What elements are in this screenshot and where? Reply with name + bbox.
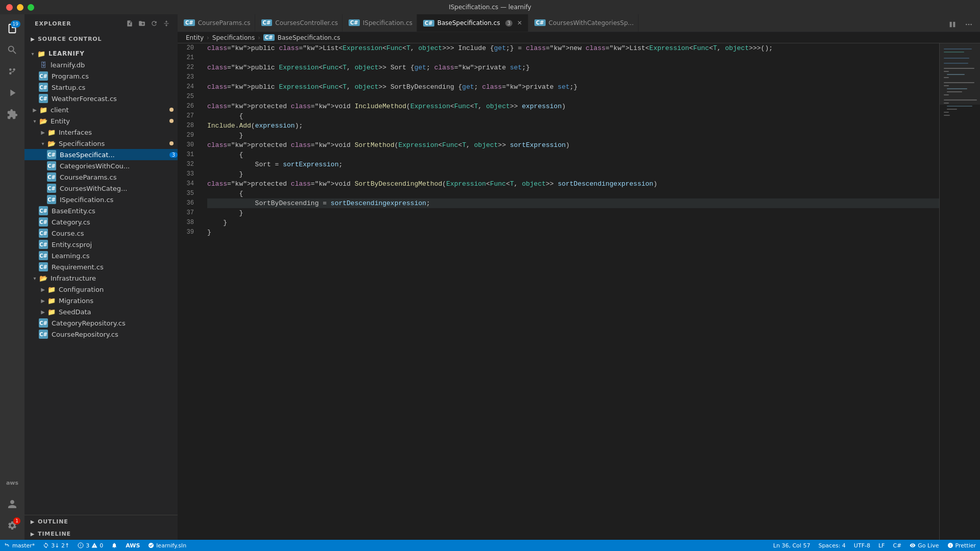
settings-activity-icon[interactable]: 1 bbox=[2, 515, 22, 536]
tree-item-ispecification[interactable]: C# ISpecification.cs bbox=[24, 194, 178, 205]
timeline-panel-header[interactable]: ▶ TIMELINE bbox=[24, 528, 178, 540]
account-activity-icon[interactable] bbox=[2, 494, 22, 514]
svg-point-0 bbox=[966, 24, 967, 26]
minimize-button[interactable] bbox=[17, 4, 23, 11]
code-line: class="kw">protected class="kw">void Inc… bbox=[207, 102, 939, 111]
status-language[interactable]: C# bbox=[889, 540, 905, 551]
status-aws[interactable]: AWS bbox=[121, 540, 144, 551]
status-solution[interactable]: learnify.sln bbox=[144, 540, 190, 551]
tab-cs-icon4: C# bbox=[423, 20, 434, 27]
tree-item-learning[interactable]: C# Learning.cs bbox=[24, 250, 178, 261]
tab-base-spec-close[interactable]: ✕ bbox=[516, 19, 524, 27]
status-branch[interactable]: master* bbox=[0, 540, 39, 551]
code-content[interactable]: class="kw">public class="kw">List<Expres… bbox=[203, 43, 939, 540]
line-number: 32 bbox=[178, 160, 198, 169]
tab-ispecification[interactable]: C# ISpecification.cs bbox=[342, 14, 417, 32]
specifications-label: Specifications bbox=[59, 140, 169, 147]
close-button[interactable] bbox=[6, 4, 13, 11]
tree-item-categories-with-cou[interactable]: C# CategoriesWithCou... bbox=[24, 160, 178, 171]
status-errors[interactable]: 3 0 bbox=[74, 540, 107, 551]
tree-item-configuration[interactable]: ▶ 📁 Configuration bbox=[24, 284, 178, 295]
tree-item-migrations[interactable]: ▶ 📁 Migrations bbox=[24, 295, 178, 306]
interfaces-label: Interfaces bbox=[59, 129, 178, 136]
tree-item-startup-cs[interactable]: C# Startup.cs bbox=[24, 82, 178, 93]
code-editor[interactable]: 2021222324252627282930313233343536373839… bbox=[178, 43, 980, 540]
tab-course-params[interactable]: C# CourseParams.cs bbox=[178, 14, 255, 32]
tree-item-category-repository[interactable]: C# CategoryRepository.cs bbox=[24, 317, 178, 329]
settings-badge: 1 bbox=[13, 517, 20, 524]
split-editor-button[interactable] bbox=[945, 17, 960, 32]
status-encoding[interactable]: UTF-8 bbox=[850, 540, 874, 551]
tree-item-client[interactable]: ▶ 📁 client bbox=[24, 104, 178, 115]
breadcrumb-entity[interactable]: Entity bbox=[186, 34, 204, 41]
status-position[interactable]: Ln 36, Col 57 bbox=[769, 540, 815, 551]
line-number: 38 bbox=[178, 218, 198, 228]
cs-file-icon2: C# bbox=[39, 83, 48, 92]
tree-item-courses-with-categ[interactable]: C# CoursesWithCateg... bbox=[24, 183, 178, 194]
timeline-label: TIMELINE bbox=[38, 531, 71, 537]
category-label: Category.cs bbox=[52, 218, 178, 226]
new-file-button[interactable] bbox=[125, 18, 135, 29]
client-folder-icon: 📁 bbox=[39, 105, 48, 114]
tree-item-category[interactable]: C# Category.cs bbox=[24, 216, 178, 228]
run-activity-icon[interactable] bbox=[2, 83, 22, 103]
tree-item-learnify-db[interactable]: 🗄 learnify.db bbox=[24, 59, 178, 70]
tree-item-base-specification[interactable]: C# BaseSpecificat... 3 bbox=[24, 149, 178, 160]
tree-item-course-params[interactable]: C# CourseParams.cs bbox=[24, 171, 178, 183]
tree-item-entity[interactable]: ▾ 📂 Entity bbox=[24, 115, 178, 127]
breadcrumb-file[interactable]: BaseSpecification.cs bbox=[278, 34, 340, 41]
tree-item-weatherforecast-cs[interactable]: C# WeatherForecast.cs bbox=[24, 93, 178, 104]
sidebar-actions bbox=[125, 18, 172, 29]
svg-rect-10 bbox=[947, 74, 965, 75]
source-control-activity-icon[interactable] bbox=[2, 61, 22, 82]
tree-item-program-cs[interactable]: C# Program.cs bbox=[24, 70, 178, 82]
configuration-label: Configuration bbox=[59, 286, 178, 293]
tab-courses-controller[interactable]: C# CoursesController.cs bbox=[255, 14, 342, 32]
activity-bar: 19 aws 1 bbox=[0, 14, 24, 540]
extensions-activity-icon[interactable] bbox=[2, 104, 22, 124]
line-number: 24 bbox=[178, 82, 198, 92]
files-activity-icon[interactable]: 19 bbox=[2, 18, 22, 39]
more-actions-button[interactable] bbox=[962, 17, 976, 32]
tree-item-interfaces[interactable]: ▶ 📁 Interfaces bbox=[24, 127, 178, 138]
new-folder-button[interactable] bbox=[137, 18, 147, 29]
remote-activity-icon[interactable]: aws bbox=[2, 472, 22, 493]
status-sync[interactable]: 3↓ 2↑ bbox=[39, 540, 74, 551]
activity-bar-bottom: aws 1 bbox=[2, 472, 22, 540]
window-controls bbox=[6, 4, 34, 11]
tab-courses-with-categories[interactable]: C# CoursesWithCategoriesSp... bbox=[528, 14, 638, 32]
status-notifications[interactable] bbox=[107, 540, 121, 551]
status-prettier[interactable]: Prettier bbox=[943, 540, 980, 551]
refresh-explorer-button[interactable] bbox=[149, 18, 159, 29]
tree-item-specifications[interactable]: ▾ 📂 Specifications bbox=[24, 138, 178, 149]
tree-item-base-entity[interactable]: C# BaseEntity.cs bbox=[24, 205, 178, 216]
tab-base-specification[interactable]: C# BaseSpecification.cs 3 ✕ bbox=[417, 14, 528, 32]
categories-cs-icon: C# bbox=[47, 161, 56, 170]
search-activity-icon[interactable] bbox=[2, 40, 22, 60]
breadcrumb-specifications[interactable]: Specifications bbox=[212, 34, 255, 41]
tab-cs-icon: C# bbox=[184, 19, 195, 26]
tree-item-entity-csproj[interactable]: C# Entity.csproj bbox=[24, 239, 178, 250]
tree-item-seeddata[interactable]: ▶ 📁 SeedData bbox=[24, 306, 178, 317]
collapse-all-button[interactable] bbox=[161, 18, 172, 29]
maximize-button[interactable] bbox=[28, 4, 34, 11]
status-live-share[interactable]: Go Live bbox=[905, 540, 943, 551]
code-line: } bbox=[207, 208, 939, 218]
tree-item-infrastructure[interactable]: ▾ 📂 Infrastructure bbox=[24, 272, 178, 284]
courses-categ-cs-icon: C# bbox=[47, 184, 56, 193]
tree-item-course-repository[interactable]: C# CourseRepository.cs bbox=[24, 329, 178, 340]
line-number: 27 bbox=[178, 111, 198, 121]
status-line-ending[interactable]: LF bbox=[874, 540, 889, 551]
spaces-label: Spaces: 4 bbox=[818, 542, 845, 549]
tree-item-requirement[interactable]: C# Requirement.cs bbox=[24, 261, 178, 272]
tab-courses-categories-label: CoursesWithCategoriesSp... bbox=[549, 19, 634, 27]
svg-rect-17 bbox=[944, 99, 977, 101]
tree-item-course[interactable]: C# Course.cs bbox=[24, 228, 178, 239]
source-control-header[interactable]: ▶ SOURCE CONTROL bbox=[24, 33, 178, 45]
solution-name: learnify.sln bbox=[156, 542, 186, 549]
svg-rect-6 bbox=[944, 58, 969, 59]
tree-root-learnify[interactable]: ▾ 📁 LEARNIFY bbox=[24, 48, 178, 59]
outline-panel-header[interactable]: ▶ OUTLINE bbox=[24, 515, 178, 528]
status-spaces[interactable]: Spaces: 4 bbox=[814, 540, 849, 551]
cat-repo-cs-icon: C# bbox=[39, 318, 48, 328]
